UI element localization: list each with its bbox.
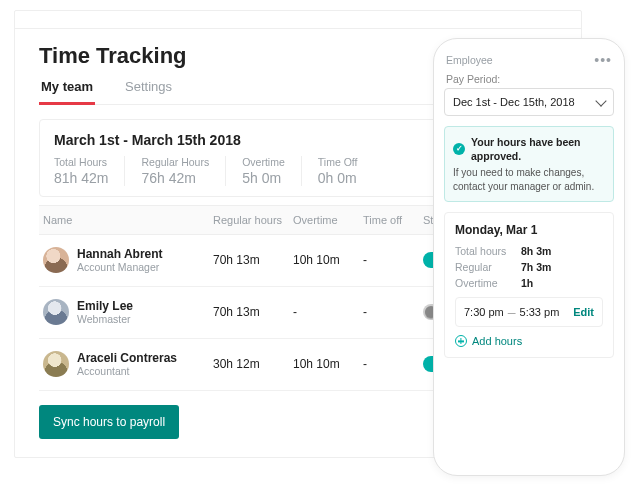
window-titlebar <box>15 11 581 29</box>
cell-timeoff: - <box>359 338 419 390</box>
approved-title: Your hours have been approved. <box>471 135 605 163</box>
day-total-label: Total hours <box>455 245 521 257</box>
add-hours-label: Add hours <box>472 335 522 347</box>
summary-value: 81h 42m <box>54 170 108 186</box>
employee-name: Araceli Contreras <box>77 351 177 365</box>
entry-end: 5:33 pm <box>520 306 560 318</box>
avatar-icon <box>43 299 69 325</box>
avatar-icon <box>43 351 69 377</box>
summary-label: Time Off <box>318 156 358 168</box>
day-overtime-label: Overtime <box>455 277 521 289</box>
edit-entry-button[interactable]: Edit <box>573 306 594 318</box>
cell-regular: 70h 13m <box>209 286 289 338</box>
cell-timeoff: - <box>359 286 419 338</box>
employee-role: Accountant <box>77 365 177 378</box>
th-name: Name <box>39 206 209 235</box>
entry-start: 7:30 pm <box>464 306 504 318</box>
employee-name: Emily Lee <box>77 299 133 313</box>
approved-body: If you need to make changes, contact you… <box>453 166 605 193</box>
summary-label: Regular Hours <box>141 156 209 168</box>
summary-label: Overtime <box>242 156 285 168</box>
cell-overtime: 10h 10m <box>289 338 359 390</box>
day-regular-label: Regular <box>455 261 521 273</box>
day-card: Monday, Mar 1 Total hours 8h 3m Regular … <box>444 212 614 358</box>
employee-role: Webmaster <box>77 313 133 326</box>
day-title: Monday, Mar 1 <box>455 223 603 237</box>
cell-regular: 70h 13m <box>209 235 289 287</box>
tab-settings[interactable]: Settings <box>123 75 174 104</box>
employee-role: Account Manager <box>77 261 163 274</box>
summary-col-overtime: Overtime 5h 0m <box>226 156 302 186</box>
mobile-device: Employee ••• Pay Period: Dec 1st - Dec 1… <box>433 38 625 476</box>
day-regular-value: 7h 3m <box>521 261 551 273</box>
summary-value: 76h 42m <box>141 170 209 186</box>
approved-banner: ✓ Your hours have been approved. If you … <box>444 126 614 202</box>
summary-value: 0h 0m <box>318 170 358 186</box>
th-overtime: Overtime <box>289 206 359 235</box>
employee-name: Hannah Abrent <box>77 247 163 261</box>
chevron-down-icon <box>595 95 606 106</box>
cell-regular: 30h 12m <box>209 338 289 390</box>
th-regular: Regular hours <box>209 206 289 235</box>
summary-col-regular: Regular Hours 76h 42m <box>125 156 226 186</box>
tab-my-team[interactable]: My team <box>39 75 95 105</box>
summary-col-timeoff: Time Off 0h 0m <box>302 156 374 186</box>
pay-period-select[interactable]: Dec 1st - Dec 15th, 2018 <box>444 88 614 116</box>
check-icon: ✓ <box>453 143 465 155</box>
day-overtime-value: 1h <box>521 277 533 289</box>
cell-timeoff: - <box>359 235 419 287</box>
plus-icon <box>455 335 467 347</box>
sync-hours-button[interactable]: Sync hours to payroll <box>39 405 179 439</box>
pay-period-value: Dec 1st - Dec 15th, 2018 <box>453 96 575 108</box>
dash-icon: – <box>508 305 516 319</box>
summary-value: 5h 0m <box>242 170 285 186</box>
summary-col-total: Total Hours 81h 42m <box>54 156 125 186</box>
pay-period-label: Pay Period: <box>444 73 614 85</box>
mobile-title: Employee <box>446 54 493 66</box>
time-entry: 7:30 pm – 5:33 pm Edit <box>455 297 603 327</box>
summary-label: Total Hours <box>54 156 108 168</box>
more-icon[interactable]: ••• <box>594 53 612 67</box>
cell-overtime: - <box>289 286 359 338</box>
cell-overtime: 10h 10m <box>289 235 359 287</box>
add-hours-button[interactable]: Add hours <box>455 335 603 347</box>
day-total-value: 8h 3m <box>521 245 551 257</box>
avatar-icon <box>43 247 69 273</box>
th-timeoff: Time off <box>359 206 419 235</box>
